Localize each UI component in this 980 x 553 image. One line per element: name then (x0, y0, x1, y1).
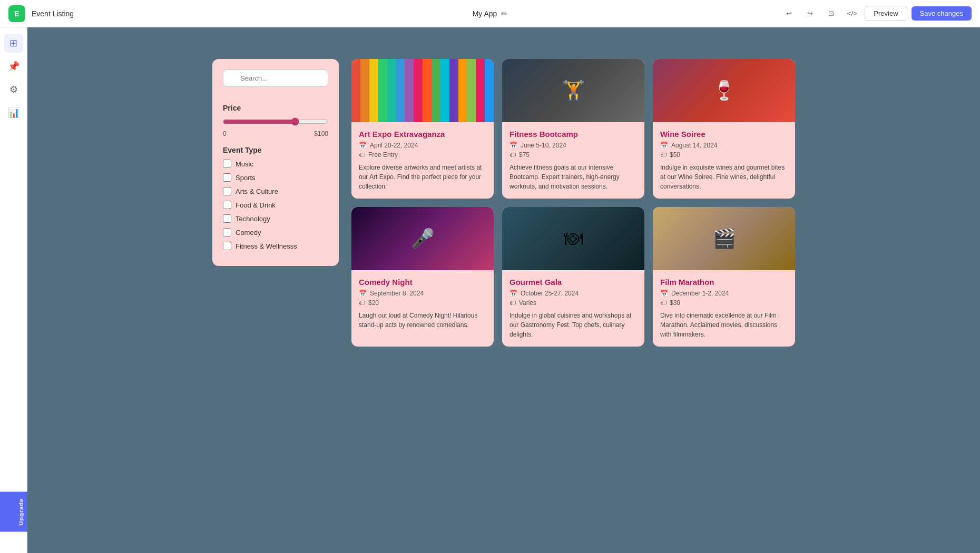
label-food: Food & Drink (236, 201, 276, 209)
nav-grid-icon[interactable]: ⊞ (4, 34, 23, 53)
price-icon-art: 🏷 (359, 151, 365, 159)
nav-pin-icon[interactable]: 📌 (4, 57, 23, 76)
event-type-section: Event Type Music Sports Arts & Culture (223, 146, 328, 250)
nav-chart-icon[interactable]: 📊 (4, 103, 23, 122)
canvas-area: 🔍 Price 0 $100 Event Type Music (27, 27, 980, 553)
filter-technology[interactable]: Technology (223, 214, 328, 223)
filter-comedy[interactable]: Comedy (223, 228, 328, 236)
wine-image: 🍷 (653, 59, 795, 122)
checkbox-music[interactable] (223, 160, 231, 168)
event-desc-film: Dive into cinematic excellence at our Fi… (660, 311, 788, 339)
redo-button[interactable]: ↪ (801, 5, 818, 22)
checkbox-fitness[interactable] (223, 242, 231, 250)
price-icon-gourmet: 🏷 (509, 299, 516, 307)
event-date-art-expo: 📅 April 20-22, 2024 (359, 142, 486, 149)
event-card-film[interactable]: 🎬 Film Marathon 📅 December 1-2, 2024 🏷 $… (653, 207, 795, 347)
price-label: Price (223, 104, 328, 112)
event-card-body-gourmet: Gourmet Gala 📅 October 25-27, 2024 🏷 Var… (502, 270, 644, 347)
save-button[interactable]: Save changes (912, 6, 972, 21)
app-content: 🔍 Price 0 $100 Event Type Music (212, 59, 795, 347)
event-date-fitness: 📅 June 5-10, 2024 (509, 142, 637, 149)
event-price-gourmet: 🏷 Varies (509, 299, 637, 307)
checkbox-arts[interactable] (223, 187, 231, 195)
price-icon-wine: 🏷 (660, 151, 667, 159)
event-title-film: Film Marathon (660, 278, 788, 287)
upgrade-button[interactable]: Upgrade (0, 492, 27, 532)
event-date-wine: 📅 August 14, 2024 (660, 142, 788, 149)
sidebar-nav: ⊞ 📌 ⚙ 📊 (0, 27, 27, 553)
event-card-body-wine: Wine Soiree 📅 August 14, 2024 🏷 $50 Indu… (653, 122, 795, 199)
label-sports: Sports (236, 174, 256, 182)
filter-arts[interactable]: Arts & Culture (223, 187, 328, 195)
calendar-icon-film: 📅 (660, 290, 668, 297)
event-title-art-expo: Art Expo Extravaganza (359, 130, 486, 139)
checkbox-comedy[interactable] (223, 228, 231, 236)
event-card-body-art-expo: Art Expo Extravaganza 📅 April 20-22, 202… (351, 122, 494, 199)
filter-music[interactable]: Music (223, 160, 328, 168)
app-logo: E (8, 5, 25, 22)
event-date-film: 📅 December 1-2, 2024 (660, 290, 788, 297)
label-music: Music (236, 160, 253, 168)
code-button[interactable]: </> (844, 5, 860, 22)
label-comedy: Comedy (236, 229, 261, 236)
event-price-comedy: 🏷 $20 (359, 299, 486, 307)
event-card-body-fitness: Fitness Bootcamp 📅 June 5-10, 2024 🏷 $75… (502, 122, 644, 199)
film-image: 🎬 (653, 207, 795, 270)
calendar-icon-fitness: 📅 (509, 142, 517, 149)
checkbox-sports[interactable] (223, 173, 231, 182)
event-card-fitness[interactable]: 🏋️ Fitness Bootcamp 📅 June 5-10, 2024 🏷 … (502, 59, 644, 199)
event-desc-fitness: Achieve fitness goals at our intensive B… (509, 163, 637, 191)
fitness-image: 🏋️ (502, 59, 644, 122)
event-price-film: 🏷 $30 (660, 299, 788, 307)
event-date-comedy: 📅 September 8, 2024 (359, 290, 486, 297)
calendar-icon-comedy: 📅 (359, 290, 367, 297)
event-desc-art-expo: Explore diverse artworks and meet artist… (359, 163, 486, 191)
comedy-image: 🎤 (351, 207, 494, 270)
event-card-body-film: Film Marathon 📅 December 1-2, 2024 🏷 $30… (653, 270, 795, 347)
search-input[interactable] (223, 70, 328, 87)
label-arts: Arts & Culture (236, 187, 278, 195)
price-range-slider[interactable] (223, 117, 328, 126)
event-card-comedy[interactable]: 🎤 Comedy Night 📅 September 8, 2024 🏷 $20… (351, 207, 494, 347)
price-icon-fitness: 🏷 (509, 151, 516, 159)
calendar-icon-gourmet: 📅 (509, 290, 517, 297)
price-max: $100 (314, 130, 328, 137)
filter-fitness[interactable]: Fitness & Wellnesss (223, 242, 328, 250)
event-title-wine: Wine Soiree (660, 130, 788, 139)
event-title-gourmet: Gourmet Gala (509, 278, 637, 287)
edit-app-name-icon[interactable]: ✏ (501, 9, 507, 18)
event-desc-comedy: Laugh out loud at Comedy Night! Hilariou… (359, 311, 486, 330)
event-card-body-comedy: Comedy Night 📅 September 8, 2024 🏷 $20 L… (351, 270, 494, 337)
price-section: Price 0 $100 (223, 104, 328, 137)
event-title-comedy: Comedy Night (359, 278, 486, 287)
restore-button[interactable]: ⊡ (822, 5, 839, 22)
event-price-art-expo: 🏷 Free Entry (359, 151, 486, 159)
events-grid: Art Expo Extravaganza 📅 April 20-22, 202… (351, 59, 795, 347)
label-fitness: Fitness & Wellnesss (236, 242, 297, 250)
undo-button[interactable]: ↩ (780, 5, 797, 22)
nav-settings-icon[interactable]: ⚙ (4, 80, 23, 99)
event-desc-wine: Indulge in exquisite wines and gourmet b… (660, 163, 788, 191)
event-card-wine[interactable]: 🍷 Wine Soiree 📅 August 14, 2024 🏷 $50 In… (653, 59, 795, 199)
page-title: Event Listing (32, 9, 74, 18)
price-min: 0 (223, 130, 227, 137)
app-name-section: My App ✏ (473, 9, 508, 18)
price-labels: 0 $100 (223, 130, 328, 137)
art-expo-image (351, 59, 494, 122)
preview-button[interactable]: Preview (865, 6, 907, 21)
topbar: E Event Listing My App ✏ ↩ ↪ ⊡ </> Previ… (0, 0, 980, 27)
event-type-label: Event Type (223, 146, 328, 154)
topbar-actions: ↩ ↪ ⊡ </> Preview Save changes (780, 5, 972, 22)
filter-sports[interactable]: Sports (223, 173, 328, 182)
label-technology: Technology (236, 215, 270, 223)
event-card-art-expo[interactable]: Art Expo Extravaganza 📅 April 20-22, 202… (351, 59, 494, 199)
checkbox-food[interactable] (223, 201, 231, 209)
filter-food[interactable]: Food & Drink (223, 201, 328, 209)
calendar-icon-wine: 📅 (660, 142, 668, 149)
event-card-gourmet[interactable]: 🍽 Gourmet Gala 📅 October 25-27, 2024 🏷 V… (502, 207, 644, 347)
main-layout: ⊞ 📌 ⚙ 📊 🔍 Price 0 $100 (0, 27, 980, 553)
checkbox-technology[interactable] (223, 214, 231, 223)
filter-panel: 🔍 Price 0 $100 Event Type Music (212, 59, 339, 266)
event-date-gourmet: 📅 October 25-27, 2024 (509, 290, 637, 297)
search-wrapper: 🔍 (223, 70, 328, 95)
